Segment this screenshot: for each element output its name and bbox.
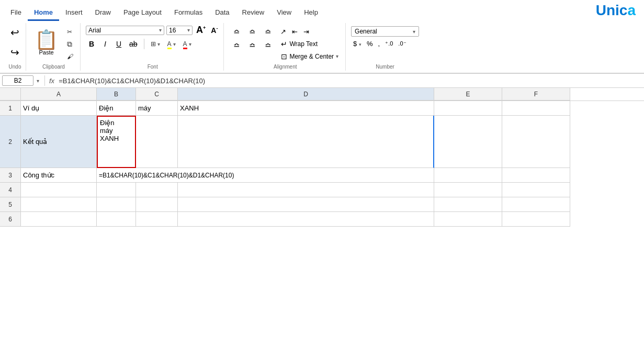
cell-e5[interactable]: [434, 197, 502, 212]
cell-d4[interactable]: [178, 183, 434, 197]
cell-b3[interactable]: =B1&CHAR(10)&C1&CHAR(10)&D1&CHAR(10): [97, 168, 434, 183]
cell-c4[interactable]: [136, 183, 178, 197]
percent-button[interactable]: %: [365, 39, 375, 49]
table-row: [21, 183, 644, 197]
grid: Ví dụ Điện máy XANH Kết quả Điện máy XAN…: [21, 101, 644, 227]
row-header-4[interactable]: 4: [0, 183, 21, 197]
col-header-d[interactable]: D: [178, 88, 434, 101]
font-shrink-button[interactable]: A-: [209, 25, 219, 35]
row-header-6[interactable]: 6: [0, 212, 21, 227]
cell-ref-dropdown[interactable]: ▾: [36, 78, 40, 84]
italic-button[interactable]: I: [99, 39, 111, 49]
fill-color-button[interactable]: A ▾: [165, 39, 178, 49]
cell-f1[interactable]: [502, 101, 570, 116]
cell-reference-box[interactable]: [2, 75, 33, 86]
col-header-e[interactable]: E: [434, 88, 502, 101]
col-header-b[interactable]: B: [97, 88, 136, 101]
cell-f6[interactable]: [502, 212, 570, 227]
cell-e1[interactable]: [434, 101, 502, 116]
spreadsheet: A B C D E F 1 2 3 4 5 6 Ví dụ Điện máy X…: [0, 88, 644, 227]
cell-a3[interactable]: Công thức: [21, 168, 97, 183]
number-format-selector[interactable]: General ▾: [351, 26, 419, 37]
align-mid-right-button[interactable]: ≏: [261, 40, 275, 52]
dollar-button[interactable]: $ ▾: [351, 39, 364, 49]
cell-d2[interactable]: [178, 116, 434, 168]
bold-button[interactable]: B: [86, 39, 97, 49]
redo-button[interactable]: ↪: [8, 44, 21, 61]
cell-c5[interactable]: [136, 197, 178, 212]
row-header-3[interactable]: 3: [0, 168, 21, 183]
font-size-selector[interactable]: 16 ▾: [166, 26, 193, 35]
cell-e3[interactable]: [434, 168, 502, 183]
col-header-f[interactable]: F: [502, 88, 570, 101]
cell-f3[interactable]: [502, 168, 570, 183]
align-mid-center-button[interactable]: ≏: [245, 40, 259, 52]
tab-home[interactable]: Home: [28, 5, 59, 21]
cell-b2[interactable]: Điện máy XANH: [97, 116, 136, 168]
alignment-group-label: Alignment: [274, 64, 297, 70]
cell-f5[interactable]: [502, 197, 570, 212]
number-group: General ▾ $ ▾ % , ⁺.0 .0⁻: [347, 23, 423, 71]
font-grow-button[interactable]: A+: [195, 24, 207, 36]
row-header-5[interactable]: 5: [0, 197, 21, 212]
row-header-2[interactable]: 2: [0, 116, 21, 168]
wrap-text-button[interactable]: ↵ Wrap Text: [278, 39, 341, 49]
cell-c1[interactable]: máy: [136, 101, 178, 116]
cell-d1[interactable]: XANH: [178, 101, 434, 116]
align-top-right-button[interactable]: ≏: [261, 26, 275, 39]
align-top-left-button[interactable]: ≏: [229, 26, 244, 39]
merge-center-button[interactable]: ⊡ Merge & Center ▾: [278, 51, 341, 62]
tab-formulas[interactable]: Formulas: [168, 5, 209, 21]
fill-color-icon: A: [167, 40, 172, 48]
cell-b1[interactable]: Điện: [97, 101, 136, 116]
tab-view[interactable]: View: [270, 5, 298, 21]
tab-insert[interactable]: Insert: [59, 5, 89, 21]
underline-button[interactable]: U: [113, 39, 125, 49]
rotate-text-button[interactable]: ↗: [278, 27, 288, 37]
cell-f2[interactable]: [502, 116, 570, 168]
tab-file[interactable]: File: [4, 5, 28, 21]
tab-help[interactable]: Help: [298, 5, 324, 21]
copy-button[interactable]: ⧉: [64, 39, 76, 50]
tab-draw[interactable]: Draw: [89, 5, 117, 21]
cell-d6[interactable]: [178, 212, 434, 227]
align-top-center-button[interactable]: ≏: [245, 26, 259, 39]
strikethrough-button[interactable]: ab: [127, 39, 140, 49]
cell-b5[interactable]: [97, 197, 136, 212]
tab-data[interactable]: Data: [209, 5, 235, 21]
undo-button[interactable]: ↩: [8, 24, 21, 41]
unica-logo: Unica: [592, 0, 640, 21]
col-header-c[interactable]: C: [136, 88, 178, 101]
comma-button[interactable]: ,: [376, 39, 382, 49]
paste-button[interactable]: 📋 Paste: [31, 28, 61, 58]
decrease-decimal-button[interactable]: .0⁻: [396, 39, 408, 48]
font-color-button[interactable]: A ▾: [180, 39, 194, 49]
cell-a1[interactable]: Ví dụ: [21, 101, 97, 116]
indent-decrease-button[interactable]: ⇤: [290, 27, 300, 37]
cell-d5[interactable]: [178, 197, 434, 212]
cell-b6[interactable]: [97, 212, 136, 227]
cell-b4[interactable]: [97, 183, 136, 197]
cell-a2[interactable]: Kết quả: [21, 116, 97, 168]
cell-f4[interactable]: [502, 183, 570, 197]
format-painter-button[interactable]: 🖌: [64, 52, 76, 61]
cell-a4[interactable]: [21, 183, 97, 197]
cell-c6[interactable]: [136, 212, 178, 227]
cell-c2[interactable]: [136, 116, 178, 168]
align-mid-left-button[interactable]: ≏: [229, 40, 244, 52]
cell-a5[interactable]: [21, 197, 97, 212]
col-header-a[interactable]: A: [21, 88, 97, 101]
font-name-chevron: ▾: [159, 27, 162, 33]
indent-increase-button[interactable]: ⇥: [301, 27, 311, 37]
cell-e2[interactable]: [434, 116, 502, 168]
cut-button[interactable]: ✂: [64, 27, 76, 37]
tab-review[interactable]: Review: [236, 5, 271, 21]
tab-page-layout[interactable]: Page Layout: [117, 5, 168, 21]
cell-a6[interactable]: [21, 212, 97, 227]
cell-e6[interactable]: [434, 212, 502, 227]
row-header-1[interactable]: 1: [0, 101, 21, 116]
font-name-selector[interactable]: Arial ▾: [86, 26, 164, 35]
increase-decimal-button[interactable]: ⁺.0: [383, 39, 395, 48]
borders-button[interactable]: ⊞▾: [148, 39, 163, 49]
cell-e4[interactable]: [434, 183, 502, 197]
